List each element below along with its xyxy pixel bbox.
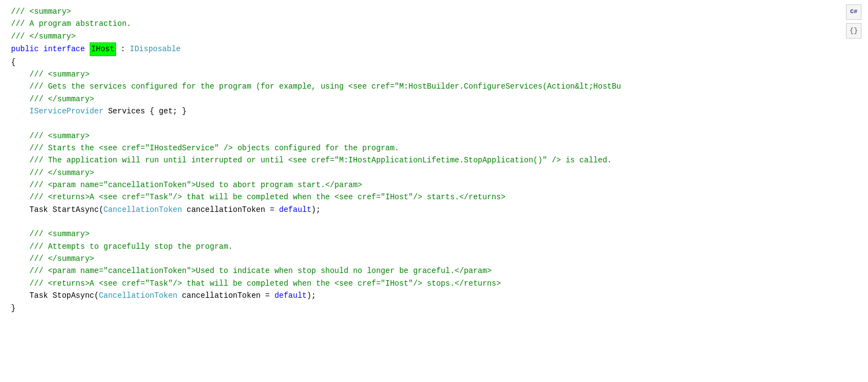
code-line: /// <summary> bbox=[11, 68, 868, 80]
code-token: /// </summary> bbox=[11, 253, 94, 265]
code-token: /// Gets the services configured for the… bbox=[11, 80, 621, 92]
code-line bbox=[11, 216, 868, 228]
code-line: } bbox=[11, 302, 868, 314]
code-line: /// Starts the <see cref="IHostedService… bbox=[11, 142, 868, 154]
code-line: /// </summary> bbox=[11, 167, 868, 179]
code-token: public bbox=[11, 43, 43, 55]
code-token: } bbox=[11, 302, 15, 314]
code-token: /// Attempts to gracefully stop the prog… bbox=[11, 241, 233, 253]
code-line: Task StartAsync(CancellationToken cancel… bbox=[11, 204, 868, 216]
code-token: Task StartAsync( bbox=[11, 204, 103, 216]
code-token: IServiceProvider bbox=[30, 105, 103, 117]
code-line: /// <returns>A <see cref="Task"/> that w… bbox=[11, 191, 868, 203]
code-token: { bbox=[11, 56, 15, 68]
code-token: /// </summary> bbox=[11, 93, 94, 105]
code-content: /// <summary>/// A program abstraction./… bbox=[11, 6, 868, 314]
code-line bbox=[11, 118, 868, 130]
code-token: CancellationToken bbox=[99, 290, 178, 302]
code-line: /// </summary> bbox=[11, 93, 868, 105]
code-editor: C# {} /// <summary>/// A program abstrac… bbox=[0, 0, 868, 382]
code-token: ); bbox=[307, 290, 316, 302]
code-token: default bbox=[279, 204, 311, 216]
code-token: /// <param name="cancellationToken">Used… bbox=[11, 179, 362, 191]
code-line: { bbox=[11, 56, 868, 68]
code-token: IDisposable bbox=[130, 43, 180, 55]
code-token: cancellationToken = bbox=[182, 204, 279, 216]
code-token: /// </summary> bbox=[11, 30, 76, 42]
code-line: /// </summary> bbox=[11, 253, 868, 265]
code-line: /// The application will run until inter… bbox=[11, 154, 868, 166]
code-line: /// <param name="cancellationToken">Used… bbox=[11, 179, 868, 191]
code-token: default bbox=[274, 290, 307, 302]
code-token: Services { get; } bbox=[103, 105, 186, 117]
code-token: interface bbox=[43, 43, 90, 55]
code-line: /// Gets the services configured for the… bbox=[11, 80, 868, 92]
code-token: /// <summary> bbox=[11, 228, 90, 240]
code-token: : bbox=[116, 43, 130, 55]
code-line: /// </summary> bbox=[11, 30, 868, 42]
code-line: IServiceProvider Services { get; } bbox=[11, 105, 868, 117]
code-line: /// <summary> bbox=[11, 6, 868, 18]
code-token bbox=[11, 105, 30, 117]
code-line: Task StopAsync(CancellationToken cancell… bbox=[11, 290, 868, 302]
code-line: /// <returns>A <see cref="Task"/> that w… bbox=[11, 277, 868, 290]
code-token: /// </summary> bbox=[11, 167, 94, 179]
code-token: /// The application will run until inter… bbox=[11, 154, 612, 166]
code-token: /// <summary> bbox=[11, 6, 71, 18]
code-token: ); bbox=[311, 204, 321, 216]
code-line: /// A program abstraction. bbox=[11, 18, 868, 30]
code-token: CancellationToken bbox=[103, 204, 182, 216]
code-token: /// <summary> bbox=[11, 68, 90, 80]
code-line: /// Attempts to gracefully stop the prog… bbox=[11, 241, 868, 253]
code-line: /// <summary> bbox=[11, 130, 868, 142]
code-token: /// A program abstraction. bbox=[11, 18, 131, 30]
code-token: /// <summary> bbox=[11, 130, 90, 142]
code-token: /// Starts the <see cref="IHostedService… bbox=[11, 142, 399, 154]
bracket-icon[interactable]: {} bbox=[846, 23, 861, 39]
code-line: /// <param name="cancellationToken">Used… bbox=[11, 265, 868, 277]
code-line: /// <summary> bbox=[11, 228, 868, 240]
csharp-icon[interactable]: C# bbox=[846, 4, 861, 20]
code-line: public interface IHost : IDisposable bbox=[11, 42, 868, 56]
code-token: /// <returns>A <see cref="Task"/> that w… bbox=[11, 191, 506, 203]
code-token: /// <returns>A <see cref="Task"/> that w… bbox=[11, 277, 501, 290]
ihost-highlighted-token: IHost bbox=[90, 42, 116, 56]
code-token: /// <param name="cancellationToken">Used… bbox=[11, 265, 492, 277]
code-token: cancellationToken = bbox=[177, 290, 274, 302]
editor-icons: C# {} bbox=[846, 4, 861, 39]
code-token: Task StopAsync( bbox=[11, 290, 99, 302]
